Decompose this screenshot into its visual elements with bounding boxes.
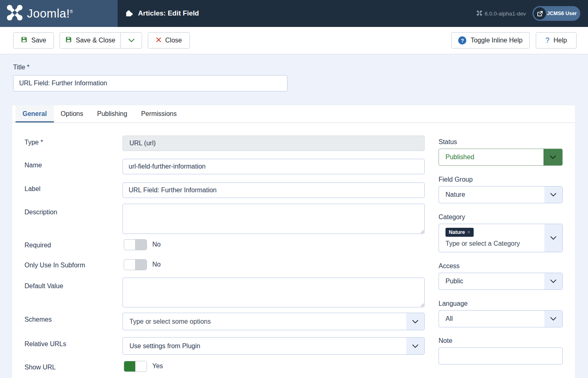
- category-placeholder: Type or select a Category: [445, 240, 520, 247]
- close-label: Close: [165, 37, 182, 44]
- show-url-label: Show URL: [24, 364, 56, 371]
- tab-publishing[interactable]: Publishing: [90, 105, 134, 122]
- toggle-inline-help-button[interactable]: ? Toggle Inline Help: [451, 32, 530, 49]
- name-label: Name: [24, 162, 42, 169]
- relative-urls-select[interactable]: Use settings from Plugin: [122, 337, 425, 355]
- chevron-down-icon[interactable]: [543, 149, 562, 165]
- relative-urls-label: Relative URLs: [24, 340, 66, 348]
- category-combobox[interactable]: Nature × Type or select a Category: [439, 224, 563, 252]
- joomla-edit-field-page: Joomla!® Articles: Edit Field: [0, 0, 588, 378]
- show-url-toggle[interactable]: [124, 361, 147, 372]
- version-info: 6.0.0-alpha1-dev: [477, 0, 526, 27]
- language-select[interactable]: All: [439, 310, 563, 327]
- page-title: Articles: Edit Field: [138, 9, 199, 18]
- toolbar: Save Save & Close: [0, 27, 588, 54]
- save-icon: [65, 36, 72, 44]
- status-label: Status: [439, 138, 457, 146]
- tab-bar: General Options Publishing Permissions: [12, 105, 575, 123]
- access-value: Public: [445, 273, 463, 289]
- required-state: No: [152, 241, 160, 248]
- field-group-label: Field Group: [439, 176, 473, 183]
- external-link-icon: [534, 7, 546, 20]
- description-label: Description: [24, 209, 57, 216]
- tab-permissions[interactable]: Permissions: [134, 105, 184, 122]
- question-icon: ?: [546, 36, 550, 45]
- schemes-placeholder: Type or select some options: [129, 313, 211, 330]
- save-icon: [21, 36, 27, 44]
- description-textarea[interactable]: [122, 204, 425, 234]
- help-label: Help: [554, 37, 567, 44]
- joomla-version-icon: [477, 10, 482, 17]
- version-label: 6.0.0-alpha1-dev: [485, 11, 526, 17]
- relative-urls-value: Use settings from Plugin: [129, 338, 200, 354]
- note-label: Note: [439, 337, 452, 345]
- required-label: Required: [24, 242, 51, 249]
- access-select[interactable]: Public: [439, 273, 563, 290]
- schemes-combobox[interactable]: Type or select some options: [122, 313, 425, 330]
- question-circle-icon: ?: [458, 36, 466, 44]
- type-field: URL (url): [122, 136, 425, 151]
- save-close-button[interactable]: Save & Close: [60, 33, 121, 48]
- chevron-down-icon[interactable]: [406, 313, 424, 330]
- admin-header: Joomla!® Articles: Edit Field: [0, 0, 588, 27]
- name-input[interactable]: [122, 159, 425, 174]
- required-toggle[interactable]: [124, 239, 147, 250]
- note-input[interactable]: [439, 347, 563, 365]
- registered-mark: ®: [70, 9, 73, 14]
- language-label: Language: [439, 300, 468, 307]
- help-button[interactable]: ? Help: [536, 32, 577, 49]
- user-menu-button[interactable]: JCMS6 User: [532, 6, 580, 21]
- tab-options[interactable]: Options: [54, 105, 90, 122]
- category-label: Category: [439, 213, 465, 221]
- category-tag-label: Nature: [449, 229, 465, 235]
- puzzle-icon: [125, 9, 133, 18]
- joomla-logo-icon: [6, 4, 23, 23]
- chevron-down-icon[interactable]: [544, 224, 562, 252]
- save-label: Save: [31, 37, 46, 44]
- status-value: Published: [445, 149, 474, 165]
- chevron-down-icon[interactable]: [406, 338, 424, 354]
- save-close-label: Save & Close: [76, 37, 116, 44]
- toggle-inline-help-label: Toggle Inline Help: [470, 37, 522, 44]
- joomla-brand[interactable]: Joomla!®: [0, 0, 118, 27]
- chevron-down-icon[interactable]: [544, 273, 562, 289]
- only-subform-label: Only Use In Subform: [24, 262, 85, 269]
- remove-tag-icon[interactable]: ×: [468, 229, 470, 235]
- close-button[interactable]: Close: [148, 32, 190, 49]
- access-label: Access: [439, 262, 460, 270]
- label-label: Label: [24, 185, 40, 193]
- category-tag-nature[interactable]: Nature ×: [445, 228, 474, 237]
- title-label: Title *: [13, 64, 29, 71]
- type-label: Type *: [24, 139, 43, 146]
- field-group-value: Nature: [445, 187, 465, 203]
- chevron-down-icon[interactable]: [544, 187, 562, 203]
- close-icon: [156, 37, 161, 44]
- only-subform-toggle[interactable]: [124, 259, 147, 270]
- only-subform-state: No: [152, 261, 160, 268]
- chevron-down-icon[interactable]: [544, 311, 562, 327]
- save-options-dropdown-toggle[interactable]: [121, 33, 142, 48]
- save-button[interactable]: Save: [13, 32, 54, 49]
- chevron-down-icon: [128, 38, 135, 44]
- user-menu-label: JCMS6 User: [546, 11, 580, 16]
- default-value-textarea[interactable]: [122, 278, 425, 307]
- status-select[interactable]: Published: [439, 149, 563, 166]
- show-url-state: Yes: [152, 362, 163, 370]
- title-input[interactable]: [13, 75, 287, 91]
- schemes-label: Schemes: [24, 316, 52, 323]
- page-title-area: Articles: Edit Field: [125, 0, 199, 27]
- field-group-select[interactable]: Nature: [439, 186, 563, 203]
- brand-wordmark: Joomla!®: [27, 7, 73, 20]
- tab-general[interactable]: General: [16, 105, 54, 122]
- language-value: All: [445, 311, 453, 327]
- save-close-split-button: Save & Close: [60, 32, 142, 49]
- default-value-label: Default Value: [24, 282, 63, 290]
- label-input[interactable]: [122, 182, 425, 198]
